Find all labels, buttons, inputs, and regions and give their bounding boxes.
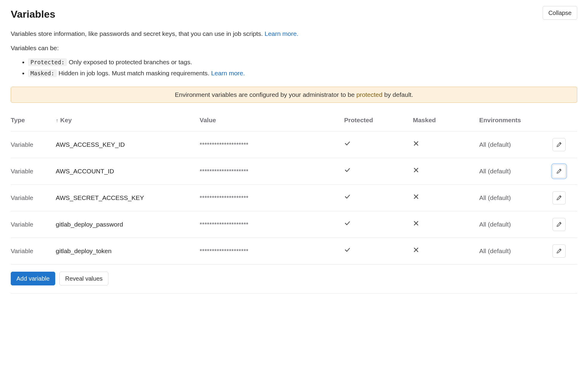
cell-environments: All (default) — [479, 238, 552, 264]
cell-type: Variable — [11, 211, 56, 238]
edit-button[interactable] — [552, 244, 566, 258]
cell-key: gitlab_deploy_password — [56, 211, 200, 238]
check-icon — [344, 221, 351, 228]
col-value[interactable]: Value — [200, 109, 344, 132]
cell-value: ******************** — [200, 211, 344, 238]
table-row: Variable AWS_ACCOUNT_ID ****************… — [11, 158, 577, 185]
cell-actions — [552, 238, 577, 264]
protected-default-notice: Environment variables are configured by … — [11, 87, 577, 103]
cell-masked — [413, 158, 479, 185]
cell-environments: All (default) — [479, 211, 552, 238]
cell-protected — [344, 132, 413, 158]
cell-protected — [344, 185, 413, 211]
collapse-button[interactable]: Collapse — [543, 6, 577, 20]
x-icon — [413, 141, 419, 148]
cell-protected — [344, 158, 413, 185]
protected-type-item: Protected: Only exposed to protected bra… — [28, 57, 577, 67]
cell-key: AWS_ACCOUNT_ID — [56, 158, 200, 185]
table-row: Variable AWS_SECRET_ACCESS_KEY *********… — [11, 185, 577, 211]
cell-masked — [413, 185, 479, 211]
cell-masked — [413, 211, 479, 238]
cell-type: Variable — [11, 132, 56, 158]
cell-key: gitlab_deploy_token — [56, 238, 200, 264]
cell-masked — [413, 238, 479, 264]
cell-protected — [344, 238, 413, 264]
reveal-values-button[interactable]: Reveal values — [59, 272, 108, 285]
cell-key: AWS_ACCESS_KEY_ID — [56, 132, 200, 158]
x-icon — [413, 221, 419, 228]
cell-environments: All (default) — [479, 158, 552, 185]
notice-suffix: by default. — [382, 91, 413, 98]
cell-value: ******************** — [200, 238, 344, 264]
add-variable-button[interactable]: Add variable — [11, 272, 55, 285]
section-title: Variables — [11, 7, 55, 22]
cell-protected — [344, 211, 413, 238]
variables-table: Type ↑Key Value Protected Masked Environ… — [11, 109, 577, 265]
cell-actions — [552, 211, 577, 238]
cell-actions — [552, 158, 577, 185]
col-environments[interactable]: Environments — [479, 109, 552, 132]
col-masked[interactable]: Masked — [413, 109, 479, 132]
cell-actions — [552, 132, 577, 158]
table-row: Variable gitlab_deploy_password ********… — [11, 211, 577, 238]
cell-type: Variable — [11, 158, 56, 185]
masked-tag: Masked: — [28, 69, 57, 77]
masked-type-item: Masked: Hidden in job logs. Must match m… — [28, 68, 577, 78]
protected-tag: Protected: — [28, 58, 67, 66]
edit-button[interactable] — [552, 165, 566, 178]
cell-actions — [552, 185, 577, 211]
cell-environments: All (default) — [479, 185, 552, 211]
pencil-icon — [556, 221, 562, 228]
x-icon — [413, 194, 419, 201]
section-description: Variables store information, like passwo… — [11, 29, 577, 78]
cell-key: AWS_SECRET_ACCESS_KEY — [56, 185, 200, 211]
intro-text: Variables store information, like passwo… — [11, 30, 265, 37]
check-icon — [344, 168, 351, 175]
table-row: Variable gitlab_deploy_token ***********… — [11, 238, 577, 264]
cell-masked — [413, 132, 479, 158]
check-icon — [344, 141, 351, 148]
masked-desc: Hidden in job logs. Must match masking r… — [57, 70, 211, 77]
edit-button[interactable] — [552, 218, 566, 231]
table-row: Variable AWS_ACCESS_KEY_ID *************… — [11, 132, 577, 158]
cell-value: ******************** — [200, 158, 344, 185]
protected-desc: Only exposed to protected branches or ta… — [67, 59, 192, 65]
types-lead: Variables can be: — [11, 43, 577, 53]
cell-type: Variable — [11, 185, 56, 211]
col-type[interactable]: Type — [11, 109, 56, 132]
pencil-icon — [556, 168, 562, 175]
check-icon — [344, 194, 351, 201]
cell-type: Variable — [11, 238, 56, 264]
edit-button[interactable] — [552, 191, 566, 204]
col-key[interactable]: ↑Key — [56, 109, 200, 132]
pencil-icon — [556, 247, 562, 255]
pencil-icon — [556, 141, 562, 149]
notice-protected-link[interactable]: protected — [356, 91, 383, 98]
col-protected[interactable]: Protected — [344, 109, 413, 132]
pencil-icon — [556, 194, 562, 202]
sort-asc-icon: ↑ — [56, 117, 59, 123]
table-header-row: Type ↑Key Value Protected Masked Environ… — [11, 109, 577, 132]
col-actions — [552, 109, 577, 132]
cell-value: ******************** — [200, 185, 344, 211]
edit-button[interactable] — [552, 138, 566, 151]
x-icon — [413, 168, 419, 175]
cell-environments: All (default) — [479, 132, 552, 158]
masked-learn-more-link[interactable]: Learn more. — [211, 70, 245, 77]
learn-more-link[interactable]: Learn more. — [265, 30, 298, 37]
check-icon — [344, 247, 351, 254]
notice-prefix: Environment variables are configured by … — [175, 91, 356, 98]
x-icon — [413, 247, 419, 254]
cell-value: ******************** — [200, 132, 344, 158]
